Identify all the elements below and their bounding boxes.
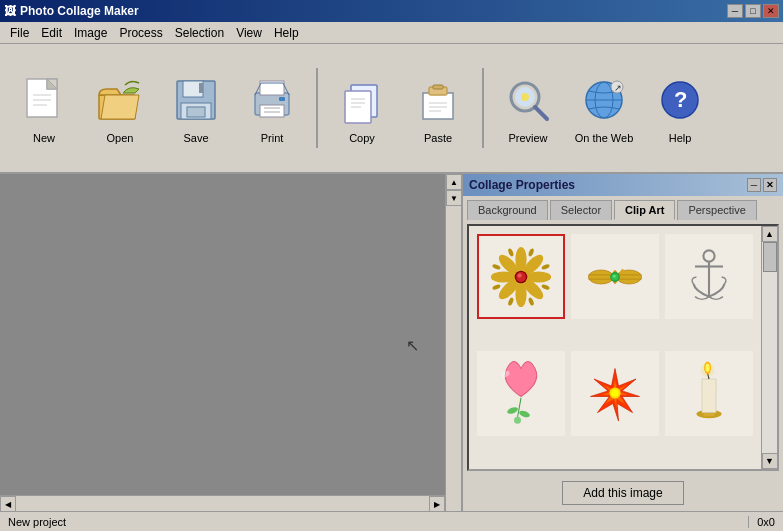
help-icon: ? xyxy=(652,72,708,128)
preview-button[interactable]: Preview xyxy=(492,67,564,149)
clip-scroll-thumb[interactable] xyxy=(763,242,777,272)
status-text: New project xyxy=(8,516,740,528)
save-button[interactable]: Save xyxy=(160,67,232,149)
tab-selector[interactable]: Selector xyxy=(550,200,612,220)
svg-point-50 xyxy=(528,247,535,256)
svg-point-77 xyxy=(514,417,521,424)
add-button-area: Add this image xyxy=(463,475,783,511)
print-label: Print xyxy=(261,132,284,144)
print-button[interactable]: Print xyxy=(236,67,308,149)
copy-button[interactable]: Copy xyxy=(326,67,398,149)
clip-item-3[interactable] xyxy=(665,234,753,319)
clip-item-4[interactable] xyxy=(477,351,565,436)
menu-process[interactable]: Process xyxy=(113,24,168,42)
add-image-button[interactable]: Add this image xyxy=(562,481,683,505)
scroll-right-arrow[interactable]: ▶ xyxy=(429,496,445,511)
svg-point-51 xyxy=(541,263,550,270)
clip-item-5[interactable] xyxy=(571,351,659,436)
tab-perspective[interactable]: Perspective xyxy=(677,200,756,220)
tabs: Background Selector Clip Art Perspective xyxy=(463,196,783,220)
new-icon xyxy=(16,72,72,128)
open-button[interactable]: Open xyxy=(84,67,156,149)
scroll-down-arrow[interactable]: ▼ xyxy=(446,190,462,206)
clip-item-1[interactable] xyxy=(477,234,565,319)
svg-rect-15 xyxy=(279,97,285,101)
clip-item-2[interactable] xyxy=(571,234,659,319)
svg-rect-84 xyxy=(702,379,716,413)
canvas-area[interactable]: ↖ ▲ ▼ ◀ ▶ xyxy=(0,174,463,511)
clip-scrollbar: ▲ ▼ xyxy=(761,226,777,469)
web-label: On the Web xyxy=(575,132,634,144)
main-area: ↖ ▲ ▼ ◀ ▶ Collage Properties ─ ✕ Backgro… xyxy=(0,174,783,511)
save-icon xyxy=(168,72,224,128)
paste-icon xyxy=(410,72,466,128)
menu-help[interactable]: Help xyxy=(268,24,305,42)
preview-label: Preview xyxy=(508,132,547,144)
svg-point-55 xyxy=(492,283,501,290)
svg-point-31 xyxy=(521,93,529,101)
clip-art-grid xyxy=(469,226,761,469)
open-label: Open xyxy=(107,132,134,144)
panel-close-button[interactable]: ✕ xyxy=(763,178,777,192)
menu-edit[interactable]: Edit xyxy=(35,24,68,42)
svg-point-65 xyxy=(613,274,616,277)
svg-point-70 xyxy=(703,250,714,261)
status-coords: 0x0 xyxy=(748,516,775,528)
svg-rect-11 xyxy=(187,107,205,117)
right-panel: Collage Properties ─ ✕ Background Select… xyxy=(463,174,783,511)
maximize-button[interactable]: □ xyxy=(745,4,761,18)
web-icon: ↗ xyxy=(576,72,632,128)
canvas-scrollbar-horizontal[interactable]: ◀ ▶ xyxy=(0,495,445,511)
toolbar-separator-2 xyxy=(482,68,484,148)
svg-rect-23 xyxy=(423,93,453,119)
minimize-button[interactable]: ─ xyxy=(727,4,743,18)
new-label: New xyxy=(33,132,55,144)
svg-point-53 xyxy=(528,296,535,305)
paste-button[interactable]: Paste xyxy=(402,67,474,149)
svg-point-61 xyxy=(588,270,613,284)
tab-clip-art[interactable]: Clip Art xyxy=(614,200,675,220)
print-icon xyxy=(244,72,300,128)
panel-title-controls: ─ ✕ xyxy=(747,178,777,192)
title-bar-left: 🖼 Photo Collage Maker xyxy=(4,4,139,18)
svg-point-57 xyxy=(507,247,514,256)
paste-label: Paste xyxy=(424,132,452,144)
menu-view[interactable]: View xyxy=(230,24,268,42)
tab-background[interactable]: Background xyxy=(467,200,548,220)
save-label: Save xyxy=(183,132,208,144)
help-button[interactable]: ? Help xyxy=(644,67,716,149)
svg-rect-14 xyxy=(260,105,284,117)
scroll-up-arrow[interactable]: ▲ xyxy=(446,174,462,190)
menu-file[interactable]: File xyxy=(4,24,35,42)
scroll-left-arrow[interactable]: ◀ xyxy=(0,496,16,511)
panel-minimize-button[interactable]: ─ xyxy=(747,178,761,192)
toolbar-separator-1 xyxy=(316,68,318,148)
panel-title: Collage Properties xyxy=(469,178,575,192)
svg-text:↗: ↗ xyxy=(614,83,622,93)
menu-selection[interactable]: Selection xyxy=(169,24,230,42)
toolbar: New Open Save xyxy=(0,44,783,174)
app-icon: 🖼 xyxy=(4,4,16,18)
web-button[interactable]: ↗ On the Web xyxy=(568,67,640,149)
menu-bar: File Edit Image Process Selection View H… xyxy=(0,22,783,44)
svg-point-56 xyxy=(492,263,501,270)
menu-image[interactable]: Image xyxy=(68,24,113,42)
clip-scroll-track xyxy=(762,242,777,453)
svg-point-52 xyxy=(541,283,550,290)
status-bar: New project 0x0 xyxy=(0,511,783,531)
svg-point-76 xyxy=(518,409,530,418)
canvas-scrollbar-vertical[interactable]: ▲ ▼ xyxy=(445,174,461,511)
title-bar: 🖼 Photo Collage Maker ─ □ ✕ xyxy=(0,0,783,22)
svg-point-75 xyxy=(506,406,518,415)
new-button[interactable]: New xyxy=(8,67,80,149)
clip-item-6[interactable] xyxy=(665,351,753,436)
clip-scroll-down[interactable]: ▼ xyxy=(762,453,778,469)
svg-text:?: ? xyxy=(674,87,687,112)
copy-label: Copy xyxy=(349,132,375,144)
svg-point-88 xyxy=(701,363,715,377)
svg-rect-25 xyxy=(433,85,443,89)
svg-point-81 xyxy=(612,390,619,397)
mouse-cursor: ↖ xyxy=(406,336,419,355)
close-button[interactable]: ✕ xyxy=(763,4,779,18)
clip-scroll-up[interactable]: ▲ xyxy=(762,226,778,242)
